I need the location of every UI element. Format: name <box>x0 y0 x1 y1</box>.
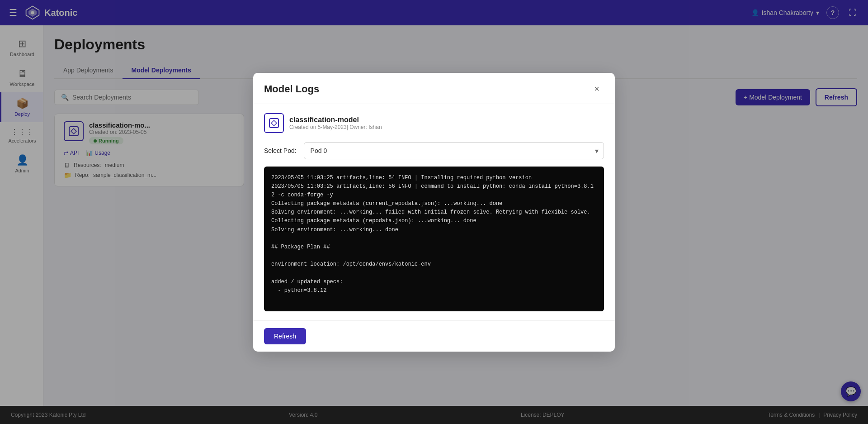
pod-select-label: Select Pod: <box>264 147 297 154</box>
model-logs-modal: Model Logs × classification-model Create… <box>253 73 615 352</box>
modal-refresh-button[interactable]: Refresh <box>264 328 306 344</box>
modal-model-name: classification-model <box>289 116 382 124</box>
modal-footer: Refresh <box>253 320 615 352</box>
modal-title: Model Logs <box>264 83 319 95</box>
modal-model-icon <box>264 113 284 133</box>
modal-overlay: Model Logs × classification-model Create… <box>0 0 868 424</box>
log-terminal: 2023/05/05 11:03:25 artifacts,line: 54 I… <box>264 167 604 311</box>
modal-model-info: classification-model Created on 5-May-20… <box>264 113 604 133</box>
modal-header: Model Logs × <box>253 73 615 104</box>
modal-model-type-icon <box>268 117 280 129</box>
pod-select-row: Select Pod: Pod 0 Pod 1 Pod 2 ▾ <box>264 142 604 159</box>
modal-model-text: classification-model Created on 5-May-20… <box>289 116 382 130</box>
modal-model-meta: Created on 5-May-2023| Owner: Ishan <box>289 124 382 130</box>
modal-body: classification-model Created on 5-May-20… <box>253 104 615 320</box>
pod-select-wrapper: Pod 0 Pod 1 Pod 2 ▾ <box>304 142 604 159</box>
modal-close-button[interactable]: × <box>590 82 604 96</box>
pod-select[interactable]: Pod 0 Pod 1 Pod 2 <box>304 142 604 159</box>
